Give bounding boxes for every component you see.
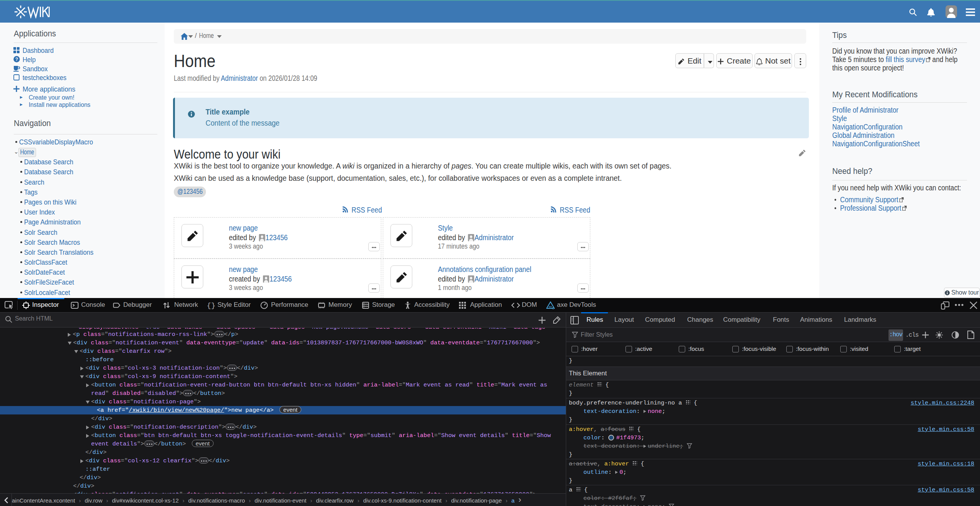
- svg-text:ax: ax: [549, 305, 552, 308]
- svg-text:{}: {}: [207, 301, 215, 309]
- svg-text:?: ?: [15, 57, 18, 62]
